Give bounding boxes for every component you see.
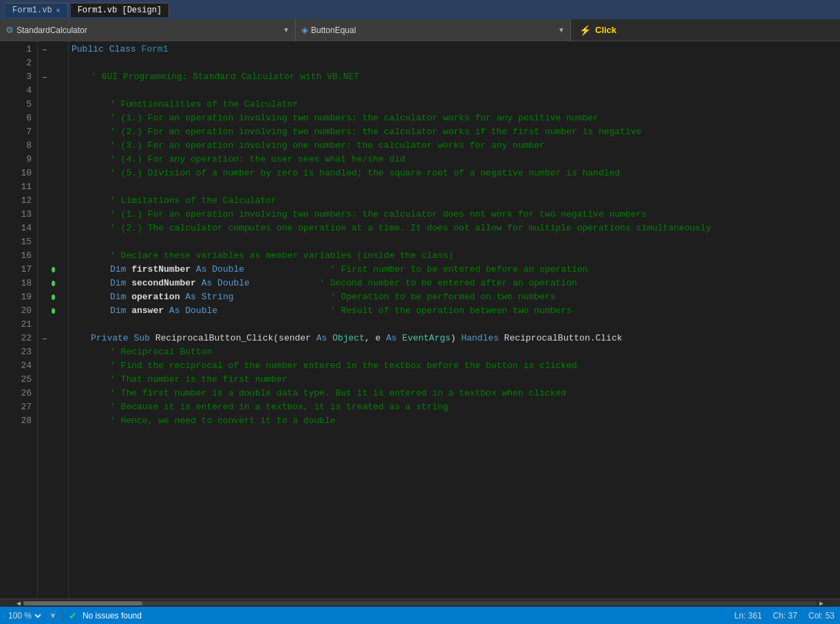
line-number-9: 9 — [0, 153, 32, 166]
collapse-btn-22[interactable]: — — [43, 335, 47, 343]
zoom-arrow: ▼ — [49, 611, 57, 621]
indicator-row-8 — [38, 139, 52, 153]
class-dropdown-arrow: ▼ — [283, 26, 290, 34]
code-line-3: ' GUI Programming: Standard Calculator w… — [72, 70, 840, 84]
indicator-row-28 — [38, 414, 52, 428]
scroll-right-arrow[interactable]: ▶ — [817, 599, 826, 607]
event-label-area: ⚡ Click — [571, 25, 625, 36]
code-line-14: ' (2.) The calculator computes one opera… — [72, 222, 840, 235]
tab-form1vb-label: Form1.vb — [12, 6, 52, 15]
line-number-1: 1 — [0, 43, 32, 56]
code-line-15 — [72, 235, 840, 249]
tab-form1vb[interactable]: Form1.vb ✕ — [6, 3, 68, 17]
indicator-row-20 — [38, 304, 52, 318]
line-number-17: 17 — [0, 263, 32, 277]
method-dropdown-arrow: ▼ — [558, 26, 565, 34]
code-line-22: Private Sub ReciprocalButton_Click(sende… — [72, 332, 840, 345]
indicator-row-15 — [38, 235, 52, 249]
code-line-1: Public Class Form1 — [72, 43, 840, 56]
indicator-row-23 — [38, 345, 52, 359]
line-number-26: 26 — [0, 387, 32, 400]
event-label: Click — [595, 25, 616, 35]
indicator-row-27 — [38, 400, 52, 414]
method-dropdown[interactable]: ◈ ButtonEqual ▼ — [296, 19, 571, 41]
horizontal-scrollbar[interactable]: ◀ ▶ — [0, 599, 840, 607]
indicator-row-13 — [38, 208, 52, 222]
indicator-row-1[interactable]: — — [38, 43, 52, 56]
line-number-11: 11 — [0, 180, 32, 194]
code-line-25: ' That number is the first number — [72, 373, 840, 387]
indicators: ——— — [38, 41, 52, 599]
line-number-12: 12 — [0, 194, 32, 208]
line-number-13: 13 — [0, 208, 32, 222]
method-dropdown-value: ButtonEqual — [311, 25, 356, 35]
indicator-row-22[interactable]: — — [38, 332, 52, 345]
indicator-row-16 — [38, 249, 52, 263]
code-line-18: Dim secondNumber As Double ' Second numb… — [72, 277, 840, 290]
code-line-4 — [72, 84, 840, 98]
line-number-22: 22 — [0, 332, 32, 345]
indicator-row-14 — [38, 222, 52, 235]
indicator-row-10 — [38, 166, 52, 180]
tab-form1vb-close[interactable]: ✕ — [56, 6, 61, 14]
indicator-row-7 — [38, 125, 52, 139]
scrollbar-track[interactable] — [23, 601, 817, 605]
code-line-11 — [72, 180, 840, 194]
indicator-row-21 — [38, 318, 52, 332]
indicator-row-25 — [38, 373, 52, 387]
class-dropdown-value: StandardCalculator — [17, 25, 87, 35]
line-number-5: 5 — [0, 98, 32, 111]
indicator-row-11 — [38, 180, 52, 194]
line-number-15: 15 — [0, 235, 32, 249]
code-line-7: ' (2.) For an operation involving two nu… — [72, 125, 840, 139]
scroll-left-arrow[interactable]: ◀ — [14, 599, 23, 607]
code-line-24: ' Find the reciprocal of the number ente… — [72, 359, 840, 373]
ch-indicator: Ch: 37 — [773, 611, 797, 621]
indicator-row-18 — [38, 277, 52, 290]
code-line-10: ' (5.) Division of a number by zero is h… — [72, 166, 840, 180]
line-number-2: 2 — [0, 56, 32, 70]
line-number-20: 20 — [0, 304, 32, 318]
line-number-25: 25 — [0, 373, 32, 387]
indicator-row-9 — [38, 153, 52, 166]
zoom-select[interactable]: 100 % 75 % 125 % — [6, 610, 43, 621]
line-number-23: 23 — [0, 345, 32, 359]
line-number-24: 24 — [0, 359, 32, 373]
code-line-13: ' (1.) For an operation involving two nu… — [72, 208, 840, 222]
status-right: Ln: 361 Ch: 37 Col: 53 — [735, 611, 834, 621]
code-line-20: Dim answer As Double ' Result of the ope… — [72, 304, 840, 318]
code-line-2 — [72, 56, 840, 70]
code-line-27: ' Because it is entered in a textbox, it… — [72, 400, 840, 414]
line-number-19: 19 — [0, 290, 32, 304]
code-line-6: ' (1.) For an operation involving two nu… — [72, 111, 840, 125]
indicator-row-4 — [38, 84, 52, 98]
collapse-btn-3[interactable]: — — [43, 74, 47, 81]
title-bar: Form1.vb ✕ Form1.vb [Design] — [0, 0, 840, 19]
code-line-28: ' Hence, we need to convert it to a doub… — [72, 414, 840, 428]
code-editor[interactable]: Public Class Form1' GUI Programming: Sta… — [69, 41, 840, 599]
toolbar: ⚙ StandardCalculator ▼ ◈ ButtonEqual ▼ ⚡… — [0, 19, 840, 41]
check-icon: ✔ — [69, 610, 77, 621]
line-number-8: 8 — [0, 139, 32, 153]
code-line-17: Dim firstNumber As Double ' First number… — [72, 263, 840, 277]
line-number-6: 6 — [0, 111, 32, 125]
scrollbar-thumb[interactable] — [23, 601, 142, 605]
col-indicator: Col: 53 — [808, 611, 834, 621]
lightning-icon: ⚡ — [579, 25, 591, 36]
code-line-9: ' (4.) For any operation: the user sees … — [72, 153, 840, 166]
collapse-btn-1[interactable]: — — [43, 46, 47, 54]
code-line-16: ' Declare these variables as member vari… — [72, 249, 840, 263]
class-dropdown[interactable]: ⚙ StandardCalculator ▼ — [0, 19, 296, 41]
divider — [63, 610, 63, 621]
indicator-row-19 — [38, 290, 52, 304]
code-line-26: ' The first number is a double data type… — [72, 387, 840, 400]
status-message: No issues found — [83, 611, 142, 621]
line-number-4: 4 — [0, 84, 32, 98]
status-left: 100 % 75 % 125 % ▼ ✔ No issues found — [6, 610, 142, 621]
tab-form1vb-design[interactable]: Form1.vb [Design] — [71, 3, 169, 17]
indicator-row-24 — [38, 359, 52, 373]
indicator-row-3[interactable]: — — [38, 70, 52, 84]
line-number-14: 14 — [0, 222, 32, 235]
line-number-10: 10 — [0, 166, 32, 180]
indicator-row-6 — [38, 111, 52, 125]
